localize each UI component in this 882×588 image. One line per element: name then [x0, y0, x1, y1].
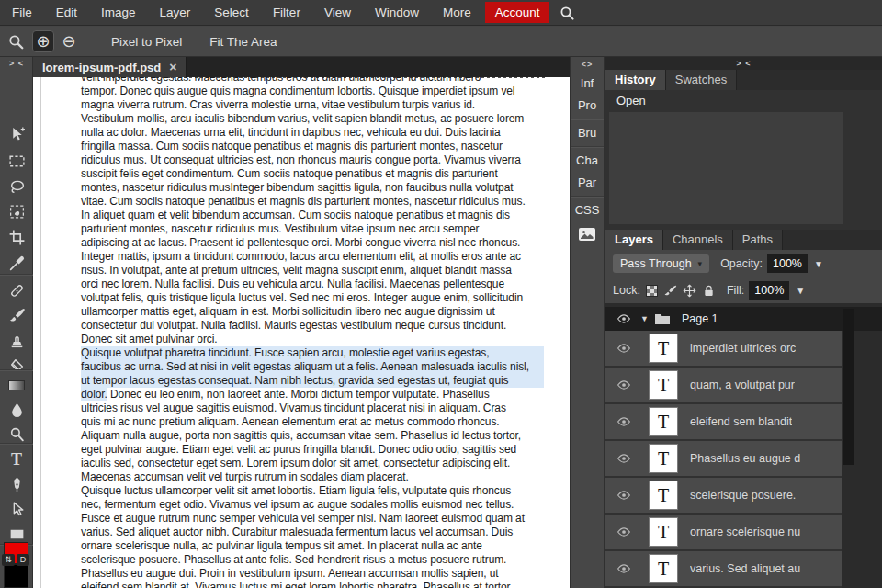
- visibility-eye-icon[interactable]: [616, 451, 631, 466]
- gradient-tool[interactable]: [5, 373, 28, 397]
- tab-layers[interactable]: Layers: [605, 230, 663, 250]
- fill-label: Fill:: [727, 284, 744, 297]
- expand-caret-icon[interactable]: ▼: [640, 314, 649, 323]
- text-line-selected: ut tempor lacus egestas consequat. Nam n…: [81, 374, 544, 388]
- fill-caret-icon[interactable]: ▼: [796, 286, 805, 296]
- visibility-eye-icon[interactable]: [616, 561, 631, 576]
- text-line: Donec sit amet pulvinar orci.: [81, 333, 544, 346]
- fit-the-area-button[interactable]: Fit The Area: [209, 35, 277, 49]
- text-line: nulla ac dolor. Maecenas urna elit, tinc…: [81, 126, 544, 140]
- menu-item[interactable]: Image: [89, 0, 148, 26]
- move-tool[interactable]: [5, 122, 28, 146]
- text-line: volutpat felis, quis tristique ligula lu…: [81, 291, 544, 305]
- layer-row[interactable]: T scelerisque posuere.: [605, 478, 842, 514]
- page-edge-line: [40, 77, 41, 588]
- blur-tool[interactable]: [5, 398, 28, 422]
- layers-tabs: Layers Channels Paths: [605, 230, 882, 250]
- visibility-eye-icon[interactable]: [616, 311, 631, 326]
- swap-colors-button[interactable]: ⇅: [2, 554, 15, 566]
- visibility-eye-icon[interactable]: [616, 414, 631, 429]
- panel-button-paragraph[interactable]: Par: [571, 172, 604, 194]
- menu-item[interactable]: View: [312, 0, 363, 26]
- menu-item[interactable]: More: [431, 0, 483, 26]
- quick-select-tool[interactable]: [5, 199, 28, 223]
- close-tab-icon[interactable]: ×: [169, 60, 176, 74]
- layer-group-row[interactable]: ▼ Page 1: [605, 307, 882, 331]
- visibility-eye-icon[interactable]: [616, 525, 631, 539]
- tab-swatches[interactable]: Swatches: [666, 70, 737, 90]
- text-layer-thumbnail[interactable]: T: [650, 481, 677, 509]
- type-tool[interactable]: T: [5, 447, 28, 471]
- text-layer-thumbnail[interactable]: T: [650, 445, 677, 472]
- text-layer-thumbnail[interactable]: T: [650, 408, 677, 435]
- image-panel-icon[interactable]: [571, 221, 604, 243]
- lock-position-icon[interactable]: [683, 284, 696, 298]
- layer-name: eleifend sem blandit: [690, 415, 792, 428]
- visibility-eye-icon[interactable]: [616, 488, 631, 503]
- layer-group-name: Page 1: [682, 312, 718, 325]
- document-tab[interactable]: lorem-ipsum-pdf.psd ×: [33, 57, 187, 77]
- zoom-in-button[interactable]: ⊕: [32, 30, 54, 52]
- layer-row[interactable]: T varius. Sed aliquet au: [605, 551, 842, 588]
- text-layer-thumbnail[interactable]: T: [650, 555, 677, 582]
- eyedropper-tool[interactable]: [5, 251, 28, 275]
- clone-stamp-tool[interactable]: [5, 328, 28, 352]
- pen-tool[interactable]: [5, 472, 28, 496]
- panel-collapse-control[interactable]: > <: [605, 57, 882, 70]
- menu-item[interactable]: Filter: [261, 0, 312, 26]
- tab-channels[interactable]: Channels: [663, 230, 733, 250]
- menu-item[interactable]: Select: [202, 0, 261, 26]
- tab-history[interactable]: History: [605, 70, 666, 90]
- marquee-select-tool[interactable]: [5, 149, 28, 173]
- account-button[interactable]: Account: [485, 2, 550, 23]
- path-select-tool[interactable]: [5, 497, 28, 521]
- fill-value[interactable]: 100%: [749, 281, 789, 300]
- panel-button-character[interactable]: Cha: [571, 150, 604, 172]
- layers-scrollbar[interactable]: [843, 309, 854, 465]
- strip-collapse-control[interactable]: <>: [571, 57, 604, 73]
- layer-row[interactable]: T ornare scelerisque nu: [605, 514, 842, 551]
- menu-item[interactable]: File: [0, 0, 44, 26]
- text-layer-thumbnail[interactable]: T: [650, 334, 677, 362]
- blend-mode-dropdown[interactable]: Pass Through ▾: [613, 254, 709, 273]
- lock-paint-icon[interactable]: [663, 284, 677, 298]
- panel-button-css[interactable]: CSS: [571, 199, 604, 221]
- search-icon[interactable]: [559, 5, 575, 21]
- lasso-tool[interactable]: [5, 175, 28, 198]
- menu-item[interactable]: Edit: [44, 0, 89, 26]
- toolbar-collapse-control[interactable]: > <: [0, 59, 33, 68]
- panel-button-brush[interactable]: Bru: [571, 122, 604, 144]
- text-layer-thumbnail[interactable]: T: [650, 518, 677, 546]
- lock-transparency-icon[interactable]: [646, 285, 658, 297]
- text-line: Maecenas accumsan velit vel turpis rutru…: [81, 470, 544, 484]
- visibility-eye-icon[interactable]: [616, 378, 631, 392]
- panel-button-info[interactable]: Inf: [571, 73, 604, 95]
- layer-row[interactable]: T quam, a volutpat pur: [605, 368, 842, 404]
- layer-row[interactable]: T imperdiet ultrices orc: [605, 331, 842, 368]
- layer-row[interactable]: T eleifend sem blandit: [605, 404, 842, 441]
- opacity-caret-icon[interactable]: ▼: [814, 259, 823, 269]
- zoom-out-button[interactable]: ⊖: [58, 30, 80, 52]
- layer-row[interactable]: T Phasellus eu augue d: [605, 441, 842, 478]
- lock-all-icon[interactable]: [702, 284, 716, 298]
- history-entry[interactable]: Open: [605, 90, 882, 110]
- text-layer-thumbnail[interactable]: T: [650, 371, 677, 399]
- opacity-value[interactable]: 100%: [767, 254, 808, 273]
- text-line-selected: Quisque volutpat pharetra tincidunt. Fus…: [81, 346, 544, 360]
- text-line: montes, nascetur ridiculus musInteger bi…: [81, 181, 544, 195]
- tab-paths[interactable]: Paths: [733, 230, 783, 250]
- brush-tool[interactable]: [5, 303, 28, 327]
- panel-button-properties[interactable]: Pro: [571, 95, 604, 117]
- pixel-to-pixel-button[interactable]: Pixel to Pixel: [111, 35, 182, 49]
- background-color-swatch[interactable]: [4, 564, 28, 588]
- document-text: velit imperdiet egestas. Maecenas tempus…: [81, 77, 544, 588]
- default-colors-button[interactable]: D: [17, 554, 29, 566]
- menu-item[interactable]: Layer: [148, 0, 203, 26]
- canvas[interactable]: velit imperdiet egestas. Maecenas tempus…: [33, 77, 570, 588]
- layers-controls: Pass Through ▾ Opacity: 100% ▼ Lock: Fil…: [605, 250, 882, 303]
- crop-tool[interactable]: [5, 225, 28, 249]
- history-tabs: History Swatches: [605, 70, 882, 90]
- visibility-eye-icon[interactable]: [616, 341, 631, 356]
- healing-tool[interactable]: [5, 278, 28, 302]
- menu-item[interactable]: Window: [363, 0, 431, 26]
